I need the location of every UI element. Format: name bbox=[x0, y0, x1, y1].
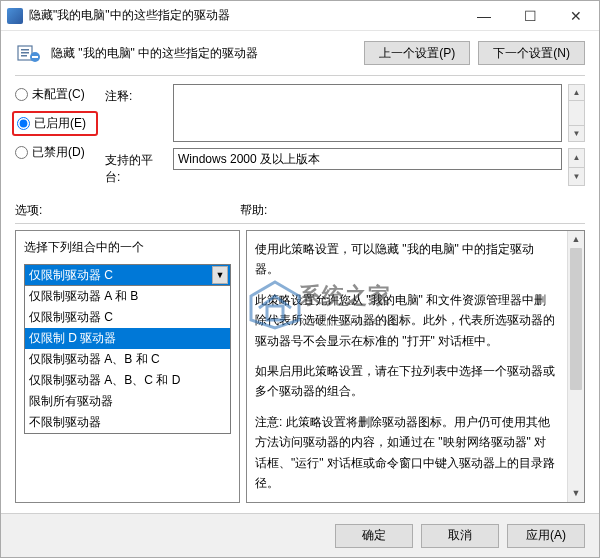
help-scrollbar[interactable]: ▲ ▼ bbox=[567, 231, 584, 502]
radio-not-configured-input[interactable] bbox=[15, 88, 28, 101]
svg-rect-3 bbox=[21, 55, 27, 57]
window-controls: — ☐ ✕ bbox=[461, 1, 599, 31]
config-area: 未配置(C) 已启用(E) 已禁用(D) 注释: bbox=[15, 84, 585, 186]
platform-label: 支持的平台: bbox=[105, 148, 167, 186]
next-setting-button[interactable]: 下一个设置(N) bbox=[478, 41, 585, 65]
fields-column: 注释: ▲ ▼ 支持的平台: Windows 2000 及以上版本 ▲ bbox=[105, 84, 585, 186]
help-paragraph: 如果启用此策略设置，请在下拉列表中选择一个驱动器或多个驱动器的组合。 bbox=[255, 361, 558, 402]
policy-title: 隐藏 "我的电脑" 中的这些指定的驱动器 bbox=[51, 45, 356, 62]
platform-scroll-down[interactable]: ▼ bbox=[568, 168, 585, 187]
apply-button[interactable]: 应用(A) bbox=[507, 524, 585, 548]
help-paragraph: 注意: 此策略设置将删除驱动器图标。用户仍可使用其他方法访问驱动器的内容，如通过… bbox=[255, 412, 558, 494]
drive-combo[interactable]: 仅限制驱动器 C ▼ 仅限制驱动器 A 和 B 仅限制驱动器 C 仅限制 D 驱… bbox=[24, 264, 231, 434]
comment-scroll-down[interactable]: ▼ bbox=[568, 125, 585, 142]
radio-enabled-input[interactable] bbox=[17, 117, 30, 130]
radio-disabled-label: 已禁用(D) bbox=[32, 144, 85, 161]
radio-enabled[interactable]: 已启用(E) bbox=[17, 115, 93, 132]
combo-item[interactable]: 限制所有驱动器 bbox=[25, 391, 230, 412]
comment-scroll-track[interactable] bbox=[568, 101, 585, 125]
radio-enabled-label: 已启用(E) bbox=[34, 115, 86, 132]
combo-selected-text: 仅限制驱动器 C bbox=[29, 267, 113, 284]
comment-label: 注释: bbox=[105, 84, 167, 105]
platform-value: Windows 2000 及以上版本 bbox=[178, 151, 320, 168]
chevron-down-icon[interactable]: ▼ bbox=[212, 266, 228, 284]
panels: 选择下列组合中的一个 仅限制驱动器 C ▼ 仅限制驱动器 A 和 B 仅限制驱动… bbox=[15, 223, 585, 503]
help-text: 系统之家 XITONGZHIJIA.NET 使用此策略设置，可以隐藏 "我的电脑… bbox=[255, 239, 576, 494]
dialog-window: 隐藏"我的电脑"中的这些指定的驱动器 — ☐ ✕ 隐藏 "我的电脑" 中的这些指… bbox=[0, 0, 600, 558]
prev-setting-button[interactable]: 上一个设置(P) bbox=[364, 41, 470, 65]
combo-dropdown-list: 仅限制驱动器 A 和 B 仅限制驱动器 C 仅限制 D 驱动器 仅限制驱动器 A… bbox=[25, 285, 230, 433]
maximize-button[interactable]: ☐ bbox=[507, 1, 553, 31]
highlight-box: 已启用(E) bbox=[12, 111, 98, 136]
radio-not-configured-label: 未配置(C) bbox=[32, 86, 85, 103]
radio-group: 未配置(C) 已启用(E) 已禁用(D) bbox=[15, 84, 95, 186]
comment-row: 注释: ▲ ▼ bbox=[105, 84, 585, 142]
comment-scroll-up[interactable]: ▲ bbox=[568, 84, 585, 101]
window-title: 隐藏"我的电脑"中的这些指定的驱动器 bbox=[29, 7, 461, 24]
header-row: 隐藏 "我的电脑" 中的这些指定的驱动器 上一个设置(P) 下一个设置(N) bbox=[15, 41, 585, 65]
cancel-button[interactable]: 取消 bbox=[421, 524, 499, 548]
svg-rect-5 bbox=[32, 56, 38, 58]
combo-item[interactable]: 仅限制驱动器 C bbox=[25, 307, 230, 328]
combo-item[interactable]: 仅限制驱动器 A 和 B bbox=[25, 286, 230, 307]
ok-button[interactable]: 确定 bbox=[335, 524, 413, 548]
app-icon bbox=[7, 8, 23, 24]
help-paragraph: 使用此策略设置，可以隐藏 "我的电脑" 中的指定驱动器。 bbox=[255, 239, 558, 280]
help-paragraph: 此策略设置允许您从 "我的电脑" 和文件资源管理器中删除代表所选硬件驱动器的图标… bbox=[255, 290, 558, 351]
radio-not-configured[interactable]: 未配置(C) bbox=[15, 86, 95, 103]
scroll-track[interactable] bbox=[568, 248, 584, 485]
radio-disabled[interactable]: 已禁用(D) bbox=[15, 144, 95, 161]
options-label: 选项: bbox=[15, 202, 240, 219]
options-title: 选择下列组合中的一个 bbox=[24, 239, 231, 256]
button-bar: 确定 取消 应用(A) bbox=[1, 513, 599, 557]
radio-disabled-input[interactable] bbox=[15, 146, 28, 159]
svg-rect-1 bbox=[21, 49, 29, 51]
scroll-up-icon[interactable]: ▲ bbox=[568, 231, 584, 248]
scroll-thumb[interactable] bbox=[570, 248, 582, 390]
combo-item[interactable]: 仅限制驱动器 A、B 和 C bbox=[25, 349, 230, 370]
comment-textarea[interactable] bbox=[173, 84, 562, 142]
separator bbox=[15, 75, 585, 76]
scroll-down-icon[interactable]: ▼ bbox=[568, 485, 584, 502]
options-panel: 选择下列组合中的一个 仅限制驱动器 C ▼ 仅限制驱动器 A 和 B 仅限制驱动… bbox=[15, 230, 240, 503]
help-panel: 系统之家 XITONGZHIJIA.NET 使用此策略设置，可以隐藏 "我的电脑… bbox=[246, 230, 585, 503]
combo-selected[interactable]: 仅限制驱动器 C ▼ bbox=[25, 265, 230, 285]
panel-labels: 选项: 帮助: bbox=[15, 202, 585, 219]
policy-icon bbox=[15, 42, 43, 64]
content-area: 隐藏 "我的电脑" 中的这些指定的驱动器 上一个设置(P) 下一个设置(N) 未… bbox=[1, 31, 599, 513]
combo-item[interactable]: 不限制驱动器 bbox=[25, 412, 230, 433]
help-label: 帮助: bbox=[240, 202, 267, 219]
platform-row: 支持的平台: Windows 2000 及以上版本 ▲ ▼ bbox=[105, 148, 585, 186]
combo-item[interactable]: 仅限制 D 驱动器 bbox=[25, 328, 230, 349]
svg-rect-2 bbox=[21, 52, 29, 54]
platform-box: Windows 2000 及以上版本 bbox=[173, 148, 562, 170]
platform-scroll-up[interactable]: ▲ bbox=[568, 148, 585, 168]
minimize-button[interactable]: — bbox=[461, 1, 507, 31]
close-button[interactable]: ✕ bbox=[553, 1, 599, 31]
titlebar: 隐藏"我的电脑"中的这些指定的驱动器 — ☐ ✕ bbox=[1, 1, 599, 31]
combo-item[interactable]: 仅限制驱动器 A、B、C 和 D bbox=[25, 370, 230, 391]
